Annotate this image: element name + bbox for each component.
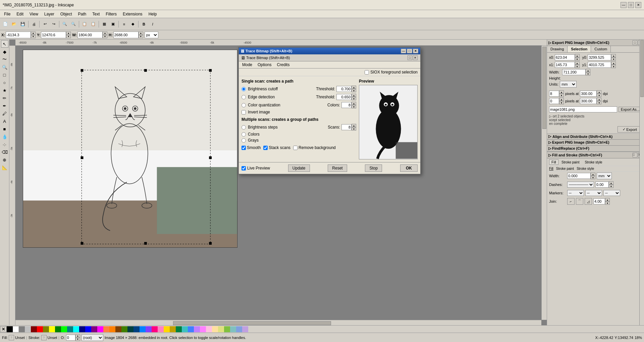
x0-input[interactable] (555, 54, 575, 60)
swatch-12[interactable] (79, 326, 85, 332)
swatch-0[interactable] (7, 326, 13, 332)
tab-stroke-style[interactable]: Stroke style (582, 159, 604, 165)
select-tool[interactable]: ↖ (1, 40, 8, 48)
edge-up[interactable]: ▲ (352, 94, 356, 97)
px1-input[interactable] (549, 91, 559, 97)
color-quant-value[interactable] (341, 102, 352, 108)
tweak-tool[interactable]: 〜 (1, 56, 8, 63)
node-btn[interactable]: ◆ (129, 20, 137, 28)
swatch-35[interactable] (218, 326, 224, 332)
x-input[interactable] (6, 32, 31, 38)
width-down[interactable]: ▼ (586, 72, 590, 76)
swatch-10[interactable] (67, 326, 73, 332)
circle-tool[interactable]: ○ (1, 79, 8, 86)
markers-mid[interactable]: ─ (585, 190, 602, 196)
save-btn[interactable]: 💾 (19, 20, 27, 28)
filename-input[interactable] (549, 106, 617, 112)
dashes-select[interactable]: ──────── (567, 182, 594, 188)
spray-tool[interactable]: ·:· (1, 141, 8, 148)
dpi2-up[interactable]: ▲ (597, 98, 601, 101)
stack-scans-checkbox[interactable] (263, 146, 268, 150)
swatch-7[interactable] (49, 326, 55, 332)
swatch-24[interactable] (152, 326, 158, 332)
swatch-31[interactable] (194, 326, 200, 332)
join-miter[interactable]: ⌐ (567, 198, 575, 205)
menu-filters[interactable]: Filters (103, 11, 119, 17)
align-panel-header[interactable]: ▷ Align and Distribute (Shift+Ctrl+A) (547, 133, 644, 140)
trace-controls[interactable]: — □ ✕ (401, 49, 418, 53)
menu-file[interactable]: File (1, 11, 13, 17)
width-fill-up[interactable]: ▲ (591, 173, 595, 176)
swatch-22[interactable] (140, 326, 146, 332)
window-controls[interactable]: — □ ✕ (621, 2, 641, 8)
node-tool[interactable]: ◆ (1, 48, 8, 55)
dropper-tool[interactable]: 💧 (1, 133, 8, 140)
calligraphy-tool[interactable]: 🖊 (1, 110, 8, 117)
dashes-input[interactable] (595, 182, 609, 188)
close-btn[interactable]: ✕ (635, 2, 641, 8)
eraser-tool[interactable]: ⌫ (1, 148, 8, 156)
right-panel-scrollbar[interactable] (639, 40, 644, 325)
brightness-radio[interactable] (241, 87, 246, 91)
swatch-4[interactable] (31, 326, 37, 332)
trace-sub-pin-btn[interactable]: □ (408, 55, 412, 60)
menu-path[interactable]: Path (75, 11, 89, 17)
swatch-2[interactable] (19, 326, 25, 332)
y0-up[interactable]: ▲ (611, 54, 616, 57)
new-btn[interactable]: 📄 (1, 20, 9, 28)
color-quant-down[interactable]: ▼ (352, 105, 356, 108)
edge-down[interactable]: ▼ (352, 97, 356, 100)
zoom-out-btn[interactable]: 🔍 (69, 20, 77, 28)
brightness-steps-radio[interactable] (241, 125, 246, 130)
menu-view[interactable]: View (27, 11, 41, 17)
h-spin-up[interactable]: ▲ (139, 32, 143, 35)
rect-tool[interactable]: □ (1, 71, 8, 79)
menu-layer[interactable]: Layer (42, 11, 57, 17)
swatch-18[interactable] (115, 326, 121, 332)
gradient-tool[interactable]: ■ (1, 125, 8, 133)
color-quant-radio[interactable] (241, 103, 246, 107)
brightness-up[interactable]: ▲ (352, 86, 356, 89)
fill-tab-stroke-style-label[interactable]: Stroke style (577, 167, 594, 170)
swatch-33[interactable] (206, 326, 212, 332)
canvas-vscrollbar[interactable] (541, 46, 547, 320)
x0-down[interactable]: ▼ (575, 57, 580, 61)
connector-tool[interactable]: ⊕ (1, 156, 8, 163)
swatch-13[interactable] (85, 326, 91, 332)
swatch-15[interactable] (97, 326, 103, 332)
x1-input[interactable] (555, 62, 575, 68)
menu-object[interactable]: Object (58, 11, 75, 17)
remove-bg-checkbox[interactable] (293, 146, 298, 150)
swatch-14[interactable] (91, 326, 97, 332)
color-quant-up[interactable]: ▲ (352, 102, 356, 105)
swatch-17[interactable] (109, 326, 115, 332)
no-color-btn[interactable]: ✕ (0, 326, 7, 332)
swatch-25[interactable] (158, 326, 164, 332)
copy-btn[interactable]: 📋 (80, 20, 89, 28)
y-spin-up[interactable]: ▲ (66, 32, 71, 35)
trace-min-btn[interactable]: — (401, 49, 406, 53)
trace-menu-options[interactable]: Options (255, 62, 274, 68)
x0-up[interactable]: ▲ (575, 54, 580, 57)
swatch-20[interactable] (127, 326, 133, 332)
menu-text[interactable]: Text (90, 11, 102, 17)
w-spin-down[interactable]: ▼ (103, 35, 107, 38)
maximize-btn[interactable]: □ (628, 2, 634, 8)
join-down[interactable]: ▼ (605, 201, 610, 205)
width-fill-input[interactable] (567, 173, 591, 179)
align-btn[interactable]: ≡ (120, 20, 128, 28)
join-bevel[interactable]: ◿ (585, 198, 592, 205)
y0-input[interactable] (588, 54, 611, 60)
y-input[interactable] (41, 32, 66, 38)
tab-stroke-paint[interactable]: Stroke paint (559, 159, 582, 165)
dpi1-input[interactable] (580, 91, 597, 97)
measure-tool[interactable]: 📐 (1, 164, 8, 171)
dpi2-down[interactable]: ▼ (597, 101, 601, 104)
dashes-up[interactable]: ▲ (609, 181, 613, 185)
swatch-26[interactable] (164, 326, 170, 332)
swatch-8[interactable] (55, 326, 61, 332)
invert-checkbox[interactable] (241, 110, 246, 114)
paste-btn[interactable]: 📋 (89, 20, 97, 28)
brightness-down[interactable]: ▼ (352, 89, 356, 92)
w-spin-up[interactable]: ▲ (103, 32, 107, 35)
